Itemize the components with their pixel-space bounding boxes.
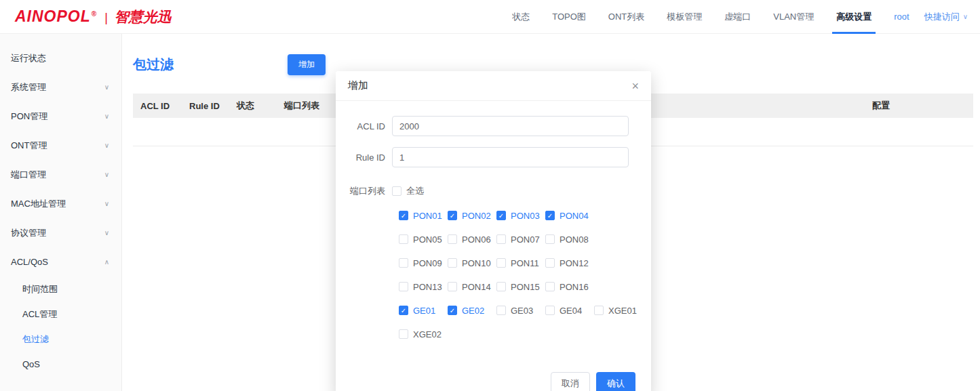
page-header: 包过滤 增加 [122, 34, 980, 75]
nav-item[interactable]: TOPO图 [552, 11, 586, 23]
sidebar-item-label: ACL/QoS [11, 257, 48, 267]
nav-item[interactable]: 状态 [512, 11, 530, 23]
port-label: PON12 [560, 258, 589, 268]
port-checkbox[interactable]: ✓ PON11 [496, 258, 545, 268]
chevron-down-icon: ∨ [963, 13, 968, 20]
sidebar-subitem[interactable]: ACL管理 [0, 302, 121, 327]
port-checkbox[interactable]: ✓ PON15 [496, 282, 545, 292]
sidebar-subitem-label: ACL管理 [22, 308, 57, 321]
port-row: ✓ PON05 ✓ PON06 ✓ PON07 ✓ PON08 [399, 233, 651, 245]
port-checkbox[interactable]: ✓ PON01 [399, 211, 448, 221]
port-label: PON11 [511, 258, 539, 268]
user-menu[interactable]: root [894, 12, 909, 22]
port-checkbox[interactable]: ✓ PON07 [496, 234, 545, 245]
port-label: PON01 [413, 211, 442, 221]
port-checkbox[interactable]: ✓ PON12 [545, 258, 594, 268]
port-label: PON09 [413, 258, 442, 268]
sidebar-item[interactable]: 系统管理 ∨ [0, 73, 121, 102]
port-checkbox[interactable]: ✓ PON04 [545, 211, 594, 221]
sidebar-subitem[interactable]: 包过滤 [0, 327, 121, 352]
sidebar-item[interactable]: 端口管理 ∨ [0, 160, 121, 189]
port-checkbox[interactable]: ✓ PON14 [448, 282, 496, 292]
port-label: PON10 [462, 258, 491, 268]
port-checkbox[interactable]: ✓ PON02 [448, 211, 496, 221]
quick-access-menu[interactable]: 快捷访问 ∨ [924, 11, 968, 23]
table-column-header: 状态 [229, 100, 277, 112]
port-checkbox[interactable]: ✓ PON06 [448, 234, 496, 245]
port-label: XGE01 [608, 306, 637, 316]
port-label: PON05 [413, 234, 442, 245]
port-checkbox[interactable]: ✓ PON05 [399, 234, 448, 245]
port-checkbox[interactable]: ✓ XGE02 [399, 329, 448, 339]
checkbox-icon: ✓ [545, 306, 555, 315]
sidebar-item[interactable]: 协议管理 ∨ [0, 218, 121, 247]
nav-item[interactable]: 高级设置 [836, 11, 871, 23]
port-label: PON16 [560, 282, 589, 292]
port-checkbox[interactable]: ✓ PON08 [545, 234, 594, 245]
checkbox-icon: ✓ [399, 282, 408, 291]
field-input[interactable] [392, 116, 629, 136]
select-all-label: 全选 [406, 185, 424, 197]
checkbox-icon: ✓ [496, 258, 506, 268]
port-row: ✓ PON13 ✓ PON14 ✓ PON15 ✓ PON16 [399, 281, 651, 293]
checkbox-icon: ✓ [448, 306, 457, 315]
dialog-fields: ACL ID Rule ID [336, 116, 651, 167]
port-checkbox[interactable]: ✓ GE02 [448, 306, 496, 316]
nav-item-label: 高级设置 [836, 12, 871, 22]
port-checkbox[interactable]: ✓ PON10 [448, 258, 496, 268]
field-label: Rule ID [336, 152, 392, 163]
brand-logo: AINOPOL ® | 智慧光迅 [15, 7, 172, 26]
port-checkbox[interactable]: ✓ XGE01 [594, 306, 643, 316]
port-checkbox[interactable]: ✓ PON03 [496, 211, 545, 221]
nav-item[interactable]: ONT列表 [608, 11, 644, 23]
add-button[interactable]: 增加 [288, 54, 326, 75]
port-list-label: 端口列表 [336, 185, 392, 197]
port-checkbox[interactable]: ✓ PON13 [399, 282, 448, 292]
port-row: ✓ PON09 ✓ PON10 ✓ PON11 ✓ PON12 [399, 257, 651, 269]
checkbox-icon: ✓ [594, 306, 604, 315]
nav-item[interactable]: 虚端口 [724, 11, 751, 23]
field-input[interactable] [392, 147, 629, 167]
cancel-button[interactable]: 取消 [551, 372, 590, 391]
select-all-checkbox[interactable]: ✓ 全选 [392, 185, 424, 197]
checkbox-icon: ✓ [545, 234, 555, 244]
nav-item[interactable]: VLAN管理 [773, 11, 814, 23]
nav-item[interactable]: 模板管理 [667, 11, 702, 23]
sidebar-item[interactable]: ACL/QoS ∧ [0, 247, 121, 276]
port-label: PON08 [560, 234, 589, 245]
brand-registered-mark: ® [92, 10, 96, 18]
port-label: PON13 [413, 282, 442, 292]
checkbox-icon: ✓ [399, 258, 408, 268]
add-dialog: 增加 × ACL ID Rule ID 端口列表 ✓ 全选 ✓ PON01 ✓ … [336, 71, 651, 391]
port-label: GE01 [413, 306, 435, 316]
checkbox-icon: ✓ [496, 211, 506, 220]
checkbox-icon: ✓ [496, 234, 506, 244]
top-navigation-bar: AINOPOL ® | 智慧光迅 状态TOPO图ONT列表模板管理虚端口VLAN… [0, 0, 980, 34]
port-checkbox[interactable]: ✓ PON16 [545, 282, 594, 292]
sidebar-item[interactable]: ONT管理 ∨ [0, 131, 121, 160]
sidebar-item[interactable]: MAC地址管理 ∨ [0, 189, 121, 218]
port-label: PON07 [511, 234, 540, 245]
port-checkbox[interactable]: ✓ GE01 [399, 306, 448, 316]
nav-item-label: VLAN管理 [773, 12, 814, 22]
checkbox-icon: ✓ [448, 211, 457, 220]
sidebar-subitem[interactable]: 时间范围 [0, 276, 121, 302]
port-label: PON06 [462, 234, 491, 245]
table-column-header: 配置 [865, 100, 973, 112]
port-checkbox[interactable]: ✓ GE03 [496, 306, 545, 316]
port-row: ✓ XGE02 [399, 328, 651, 340]
chevron-icon: ∨ [104, 200, 109, 207]
port-label: GE04 [560, 306, 582, 316]
confirm-button[interactable]: 确认 [596, 372, 635, 391]
dialog-title: 增加 [348, 79, 368, 92]
port-checkbox[interactable]: ✓ GE04 [545, 306, 594, 316]
port-checkbox[interactable]: ✓ PON09 [399, 258, 448, 268]
sidebar-item[interactable]: PON管理 ∨ [0, 102, 121, 131]
brand-divider: | [104, 11, 108, 25]
sidebar-item[interactable]: 运行状态 [0, 43, 121, 73]
sidebar-item-label: 系统管理 [11, 81, 46, 94]
sidebar-subitem[interactable]: QoS [0, 352, 121, 377]
close-icon[interactable]: × [631, 80, 639, 92]
nav-item-label: 状态 [512, 12, 530, 22]
top-nav-items: 状态TOPO图ONT列表模板管理虚端口VLAN管理高级设置 [512, 11, 871, 23]
